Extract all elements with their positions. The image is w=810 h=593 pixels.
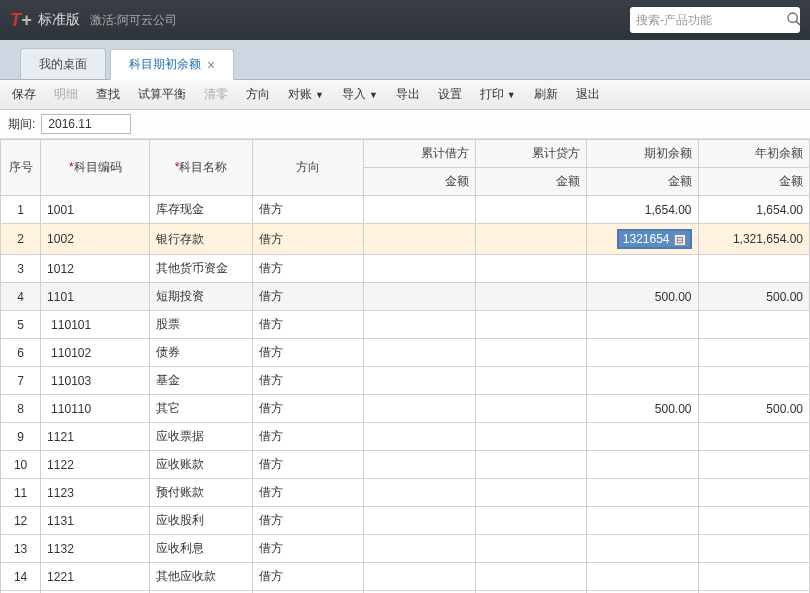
cell-year[interactable]: 500.00 <box>698 395 809 423</box>
cell-acccr[interactable] <box>475 451 586 479</box>
col-year[interactable]: 年初余额 <box>698 140 809 168</box>
cell-code[interactable]: 110102 <box>41 339 150 367</box>
cell-code[interactable]: 110101 <box>41 311 150 339</box>
cell-code[interactable]: 110103 <box>41 367 150 395</box>
cell-accdr[interactable] <box>364 395 475 423</box>
trial-balance-button[interactable]: 试算平衡 <box>138 86 186 103</box>
table-row[interactable]: 8110110其它借方500.00500.00 <box>1 395 810 423</box>
cell-name[interactable]: 应收利息 <box>150 535 253 563</box>
cell-begin[interactable] <box>587 255 698 283</box>
cell-begin[interactable] <box>587 367 698 395</box>
cell-dir[interactable]: 借方 <box>252 196 363 224</box>
cell-acccr[interactable] <box>475 535 586 563</box>
table-row[interactable]: 141221其他应收款借方 <box>1 563 810 591</box>
cell-name[interactable]: 应收账款 <box>150 451 253 479</box>
cell-name[interactable]: 应收票据 <box>150 423 253 451</box>
print-button[interactable]: 打印▼ <box>480 86 516 103</box>
cell-code[interactable]: 1123 <box>41 479 150 507</box>
cell-acccr[interactable] <box>475 507 586 535</box>
cell-begin[interactable]: 1321654⊟ <box>587 224 698 255</box>
col-seq[interactable]: 序号 <box>1 140 41 196</box>
cell-accdr[interactable] <box>364 196 475 224</box>
table-row[interactable]: 121131应收股利借方 <box>1 507 810 535</box>
cell-acccr[interactable] <box>475 339 586 367</box>
cell-name[interactable]: 预付账款 <box>150 479 253 507</box>
cell-begin[interactable] <box>587 507 698 535</box>
cell-code[interactable]: 1132 <box>41 535 150 563</box>
cell-accdr[interactable] <box>364 283 475 311</box>
direction-button[interactable]: 方向 <box>246 86 270 103</box>
table-row[interactable]: 91121应收票据借方 <box>1 423 810 451</box>
table-row[interactable]: 131132应收利息借方 <box>1 535 810 563</box>
cell-accdr[interactable] <box>364 423 475 451</box>
cell-accdr[interactable] <box>364 367 475 395</box>
cell-code[interactable]: 1221 <box>41 563 150 591</box>
cell-acccr[interactable] <box>475 283 586 311</box>
cell-begin[interactable] <box>587 339 698 367</box>
close-icon[interactable]: × <box>207 57 215 73</box>
cell-accdr[interactable] <box>364 535 475 563</box>
cell-acccr[interactable] <box>475 479 586 507</box>
cell-accdr[interactable] <box>364 479 475 507</box>
col-acccr-amt[interactable]: 金额 <box>475 168 586 196</box>
cell-year[interactable] <box>698 479 809 507</box>
cell-begin[interactable]: 1,654.00 <box>587 196 698 224</box>
cell-dir[interactable]: 借方 <box>252 283 363 311</box>
tab-desktop[interactable]: 我的桌面 <box>20 48 106 79</box>
search-icon[interactable] <box>786 11 802 30</box>
cell-year[interactable] <box>698 339 809 367</box>
table-row[interactable]: 5110101股票借方 <box>1 311 810 339</box>
col-code[interactable]: *科目编码 <box>41 140 150 196</box>
cell-year[interactable] <box>698 563 809 591</box>
cell-acccr[interactable] <box>475 367 586 395</box>
cell-code[interactable]: 1122 <box>41 451 150 479</box>
col-begin-amt[interactable]: 金额 <box>587 168 698 196</box>
cell-code[interactable]: 1101 <box>41 283 150 311</box>
cell-code[interactable]: 1121 <box>41 423 150 451</box>
table-row[interactable]: 7110103基金借方 <box>1 367 810 395</box>
import-button[interactable]: 导入▼ <box>342 86 378 103</box>
begin-balance-input[interactable]: 1321654⊟ <box>617 229 692 249</box>
cell-acccr[interactable] <box>475 423 586 451</box>
cell-year[interactable] <box>698 423 809 451</box>
cell-code[interactable]: 110110 <box>41 395 150 423</box>
cell-acccr[interactable] <box>475 255 586 283</box>
cell-dir[interactable]: 借方 <box>252 255 363 283</box>
cell-acccr[interactable] <box>475 224 586 255</box>
cell-code[interactable]: 1001 <box>41 196 150 224</box>
col-begin[interactable]: 期初余额 <box>587 140 698 168</box>
period-input[interactable]: 2016.11 <box>41 114 131 134</box>
cell-code[interactable]: 1012 <box>41 255 150 283</box>
cell-name[interactable]: 其他货币资金 <box>150 255 253 283</box>
save-button[interactable]: 保存 <box>12 86 36 103</box>
cell-dir[interactable]: 借方 <box>252 367 363 395</box>
cell-year[interactable]: 1,654.00 <box>698 196 809 224</box>
cell-acccr[interactable] <box>475 395 586 423</box>
cell-accdr[interactable] <box>364 451 475 479</box>
cell-dir[interactable]: 借方 <box>252 224 363 255</box>
table-row[interactable]: 11001库存现金借方1,654.001,654.00 <box>1 196 810 224</box>
search-input[interactable] <box>636 13 786 27</box>
cell-name[interactable]: 其他应收款 <box>150 563 253 591</box>
reconcile-button[interactable]: 对账▼ <box>288 86 324 103</box>
cell-dir[interactable]: 借方 <box>252 339 363 367</box>
cell-name[interactable]: 股票 <box>150 311 253 339</box>
table-row[interactable]: 41101短期投资借方500.00500.00 <box>1 283 810 311</box>
cell-year[interactable] <box>698 535 809 563</box>
settings-button[interactable]: 设置 <box>438 86 462 103</box>
cell-name[interactable]: 债券 <box>150 339 253 367</box>
cell-dir[interactable]: 借方 <box>252 395 363 423</box>
cell-year[interactable] <box>698 367 809 395</box>
cell-dir[interactable]: 借方 <box>252 423 363 451</box>
cell-acccr[interactable] <box>475 563 586 591</box>
cell-year[interactable] <box>698 507 809 535</box>
cell-dir[interactable]: 借方 <box>252 451 363 479</box>
cell-begin[interactable] <box>587 563 698 591</box>
calculator-icon[interactable]: ⊟ <box>674 234 686 246</box>
refresh-button[interactable]: 刷新 <box>534 86 558 103</box>
cell-name[interactable]: 应收股利 <box>150 507 253 535</box>
find-button[interactable]: 查找 <box>96 86 120 103</box>
cell-acccr[interactable] <box>475 196 586 224</box>
cell-code[interactable]: 1002 <box>41 224 150 255</box>
cell-begin[interactable] <box>587 479 698 507</box>
